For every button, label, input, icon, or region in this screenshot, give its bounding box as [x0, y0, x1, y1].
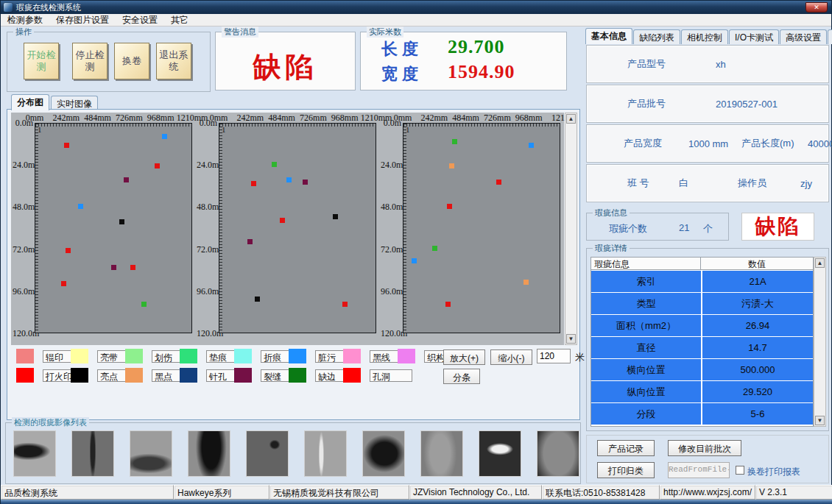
op-button-4[interactable]: 退出系统: [156, 43, 191, 79]
defect-thumbnail-10[interactable]: [537, 430, 579, 477]
defect-thumbnail-2[interactable]: [71, 430, 114, 477]
split-button[interactable]: 分条: [443, 369, 480, 384]
legend-label-孔洞: 孔洞: [370, 369, 412, 382]
length-value: 29.700: [448, 36, 505, 58]
detail-value-cell: 29.520: [702, 381, 813, 402]
defect-marker: [452, 139, 457, 144]
defect-thumbnail-5[interactable]: [246, 430, 289, 477]
print-on-roll-change-label: 换卷打印报表: [747, 466, 800, 478]
defect-alert-text: 缺陷: [755, 215, 801, 238]
title-bar[interactable]: 瑕疵在线检测系统 ✕: [1, 1, 831, 14]
op-button-1[interactable]: 开始检测: [24, 43, 59, 79]
defect-marker: [529, 143, 534, 148]
app-icon: [4, 3, 13, 12]
defect-thumbnail-6[interactable]: [304, 430, 347, 477]
tab-缺陷列表[interactable]: 缺陷列表: [633, 29, 680, 44]
op-button-2[interactable]: 停止检测: [72, 43, 107, 79]
defect-marker: [61, 281, 66, 286]
y-tick-label: 48.0m: [381, 202, 401, 213]
x-tick-label: 242mm: [236, 113, 264, 124]
print-classify-button[interactable]: 打印归类: [597, 462, 655, 478]
chart-vertical-scrollbar[interactable]: ▲ ▼: [565, 113, 577, 345]
defect-marker: [124, 177, 129, 182]
x-tick-marks: [403, 124, 560, 127]
status-bar: 品质检测系统Hawkeye系列无锡精质视觉科技有限公司JZVision Tech…: [1, 485, 832, 500]
defect-marker: [272, 162, 277, 167]
zoom-in-button[interactable]: 放大(+): [443, 349, 485, 365]
table-row[interactable]: 分段5-6: [591, 403, 813, 425]
modify-batch-button[interactable]: 修改目前批次: [668, 440, 741, 456]
legend-swatch-孔洞: [343, 368, 361, 383]
defect-marker: [141, 302, 147, 307]
defect-image-list-title: 检测的瑕疵影像列表: [12, 417, 89, 428]
tab-基本信息[interactable]: 基本信息: [585, 28, 632, 44]
menu-item-1[interactable]: 检测参数: [1, 14, 49, 26]
meters-range-input[interactable]: [537, 349, 571, 363]
x-tick-label: 968mm: [331, 113, 359, 124]
table-scroll-up-icon[interactable]: ▲: [815, 258, 825, 268]
defect-marker: [449, 163, 454, 168]
table-row[interactable]: 索引21A: [591, 271, 813, 292]
defect-thumbnail-4[interactable]: [188, 430, 230, 477]
tab-实时图像[interactable]: 实时图像: [51, 96, 98, 110]
product-cell: 白: [679, 177, 688, 190]
product-cell: 产品批号: [627, 97, 666, 110]
table-row[interactable]: 面积（mm2）26.94: [591, 315, 813, 336]
op-button-3[interactable]: 换卷: [114, 43, 149, 79]
y-tick-label: 24.0m: [197, 160, 217, 171]
tab-I/O卡测试[interactable]: I/O卡测试: [729, 29, 779, 44]
defect-detail-table-header: 瑕疵信息 数值: [591, 258, 813, 270]
defect-thumbnail-8[interactable]: [420, 430, 463, 477]
chart-plot-area[interactable]: 1: [35, 123, 192, 333]
y-tick-label: 120.0m: [197, 328, 217, 339]
scroll-up-icon[interactable]: ▲: [566, 114, 576, 124]
product-record-button[interactable]: 产品记录: [597, 440, 655, 456]
y-tick-label: 24.0m: [381, 160, 401, 171]
scatter-chart-3: 0mm242mm484mm726mm968mm12100.0m24.0m48.0…: [381, 113, 565, 345]
y-tick-label: 24.0m: [13, 160, 33, 171]
defect-marker: [66, 248, 71, 253]
defect-marker: [303, 180, 308, 185]
tab-相机控制[interactable]: 相机控制: [681, 29, 728, 44]
tab-分布图[interactable]: 分布图: [11, 94, 49, 110]
menu-item-3[interactable]: 安全设置: [116, 14, 164, 26]
table-scroll-down-icon[interactable]: ▼: [815, 416, 825, 425]
chart-plot-area[interactable]: 1: [219, 123, 376, 333]
table-row[interactable]: 直径14.7: [591, 337, 813, 358]
table-row[interactable]: 纵向位置29.520: [591, 381, 813, 402]
x-tick-label: 726mm: [484, 113, 511, 124]
defect-marker: [342, 302, 348, 307]
distribution-tabpage: 0mm242mm484mm726mm968mm1210mm0.0m24.0m48…: [7, 109, 580, 420]
chart-plot-area[interactable]: 1: [403, 123, 560, 333]
legend-swatch-针孔: [180, 368, 197, 383]
legend-swatch-织构连线: [398, 349, 415, 363]
meters-group-title: 实际米数: [367, 26, 403, 38]
scroll-down-icon[interactable]: ▼: [566, 334, 576, 344]
tab-运行状态信息[interactable]: 运行状态信息: [828, 29, 832, 44]
defect-thumbnail-7[interactable]: [362, 430, 405, 477]
product-cell: 班 号: [627, 177, 649, 190]
defect-thumbnail-1[interactable]: [13, 430, 56, 477]
detail-name-cell: 纵向位置: [591, 381, 701, 402]
scatter-chart-2: 0mm242mm484mm726mm968mm1210mm0.0m24.0m48…: [197, 113, 381, 345]
menu-item-4[interactable]: 其它: [164, 14, 195, 26]
y-tick-label: 72.0m: [13, 244, 33, 255]
window-bottom-frame: [1, 500, 832, 504]
product-cell: 40000: [808, 138, 832, 149]
zoom-out-button[interactable]: 缩小(-): [490, 349, 532, 365]
menu-item-2[interactable]: 保存图片设置: [49, 14, 116, 26]
print-on-roll-change-checkbox[interactable]: [736, 466, 744, 475]
defect-thumbnail-9[interactable]: [479, 430, 521, 477]
tab-高级设置[interactable]: 高级设置: [780, 29, 827, 44]
table-row[interactable]: 类型污渍-大: [591, 293, 813, 314]
legend-swatch-折痕: [234, 349, 252, 363]
window-title: 瑕疵在线检测系统: [16, 2, 81, 13]
x-tick-marks: [35, 124, 191, 127]
table-row[interactable]: 横向位置500.000: [591, 359, 813, 380]
close-icon[interactable]: ✕: [805, 2, 828, 13]
table-vertical-scrollbar[interactable]: ▲ ▼: [814, 257, 826, 427]
defect-marker: [111, 265, 116, 270]
x-tick-label: 242mm: [52, 113, 80, 124]
status-cell-6: http://www.wxjzsj.com/: [660, 485, 755, 500]
defect-thumbnail-3[interactable]: [130, 430, 172, 477]
